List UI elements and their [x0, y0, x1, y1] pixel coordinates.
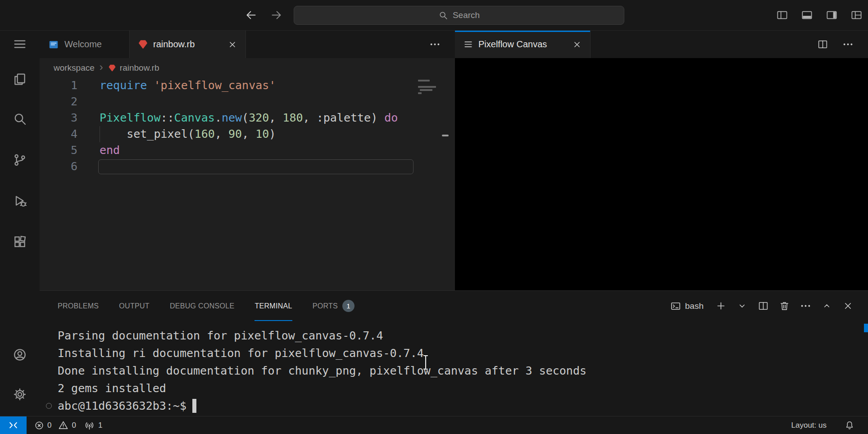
welcome-icon [48, 39, 59, 50]
panel-header: PROBLEMS OUTPUT DEBUG CONSOLE TERMINAL P… [40, 291, 868, 321]
panel-tab-terminal[interactable]: TERMINAL [254, 291, 292, 321]
terminal-line: Parsing documentation for pixelflow_canv… [58, 327, 868, 344]
command-center-search[interactable]: Search [294, 6, 624, 25]
breadcrumb-file[interactable]: rainbow.rb [120, 63, 159, 73]
panel-tab-label: OUTPUT [119, 302, 150, 310]
bell-icon [844, 420, 855, 431]
tab-pixelflow-canvas[interactable]: Pixelflow Canvas [455, 31, 591, 58]
panel-more-button[interactable] [798, 298, 813, 314]
layout-panel-icon [801, 9, 813, 21]
remote-indicator[interactable] [0, 416, 27, 434]
terminal-profile-dropdown[interactable] [734, 298, 750, 314]
back-icon [245, 9, 257, 21]
editor-tabbar-right: Pixelflow Canvas [455, 31, 868, 58]
sidebar-item-search[interactable] [0, 111, 40, 127]
forward-button[interactable] [268, 8, 284, 23]
code-line: 5end [40, 142, 455, 158]
ellipsis-icon [842, 38, 854, 50]
explorer-icon [13, 72, 27, 86]
tab-label: rainbow.rb [153, 39, 195, 50]
keyboard-layout-status[interactable]: Layout: us [791, 421, 827, 430]
code-line: 3Pixelflow::Canvas.new(320, 180, :palett… [40, 110, 455, 126]
split-icon [817, 39, 828, 50]
tab-rainbow-rb[interactable]: rainbow.rb [130, 31, 246, 58]
forward-icon [270, 9, 282, 21]
warning-count: 0 [72, 421, 76, 430]
panel-tab-output[interactable]: OUTPUT [119, 291, 150, 321]
notifications-button[interactable] [842, 418, 857, 433]
ruby-icon [108, 64, 116, 72]
split-terminal-button[interactable] [755, 298, 771, 314]
maximize-panel-button[interactable] [819, 298, 834, 314]
titlebar: Search [0, 0, 868, 31]
minimap[interactable] [418, 80, 443, 95]
terminal-icon [670, 301, 681, 312]
sidebar-item-source-control[interactable] [0, 152, 40, 168]
list-icon [463, 39, 473, 50]
ellipsis-icon [800, 300, 812, 312]
ports-icon [84, 420, 95, 430]
editor-actions-more-button[interactable] [840, 37, 855, 52]
line-number: 2 [40, 94, 77, 110]
code-line: 4 set_pixel(160, 90, 10) [40, 126, 455, 142]
mouse-ibeam-cursor [422, 355, 430, 370]
back-button[interactable] [243, 8, 259, 23]
settings-button[interactable] [0, 386, 40, 402]
activity-bar [0, 31, 40, 416]
search-icon [13, 112, 27, 126]
tab-label: Welcome [64, 39, 102, 50]
search-placeholder: Search [453, 10, 480, 20]
menu-button[interactable] [0, 36, 40, 52]
panel-tab-debug-console[interactable]: DEBUG CONSOLE [170, 291, 235, 321]
toggle-sidebar-button[interactable] [774, 8, 790, 23]
terminal-prompt: abc@11d6363632b3:~$ [58, 399, 186, 412]
shell-selector[interactable]: bash [670, 301, 704, 312]
remote-icon [7, 419, 19, 431]
trash-icon [779, 300, 790, 312]
source-control-icon [13, 153, 27, 167]
code-line: 1require 'pixelflow_canvas' [40, 77, 455, 94]
terminal[interactable]: Parsing documentation for pixelflow_canv… [40, 321, 868, 416]
editor-actions-more-button[interactable] [427, 37, 442, 52]
run-debug-icon [13, 194, 27, 208]
toggle-secondary-sidebar-button[interactable] [824, 8, 839, 23]
command-decoration-icon [46, 403, 52, 409]
new-terminal-button[interactable] [713, 298, 728, 314]
customize-layout-button[interactable] [849, 8, 864, 23]
panel-tab-problems[interactable]: PROBLEMS [58, 291, 99, 321]
line-number: 4 [40, 126, 77, 142]
account-icon [13, 348, 27, 362]
terminal-toolbar: bash [670, 291, 868, 321]
breadcrumb-folder[interactable]: workspace [54, 63, 95, 73]
sidebar-item-explorer[interactable] [0, 71, 40, 87]
overview-ruler-cursor-mark [442, 135, 449, 136]
sidebar-item-extensions[interactable] [0, 234, 40, 250]
pixelflow-canvas-view[interactable] [455, 58, 868, 290]
code-editor[interactable]: 1require 'pixelflow_canvas'23Pixelflow::… [40, 77, 455, 290]
chevron-up-icon [822, 301, 832, 311]
tab-welcome[interactable]: Welcome [40, 31, 130, 58]
ports-status[interactable]: 1 [84, 420, 102, 430]
panel-tabs: PROBLEMS OUTPUT DEBUG CONSOLE TERMINAL P… [58, 291, 354, 321]
close-panel-button[interactable] [840, 298, 855, 314]
ellipsis-icon [429, 38, 441, 50]
sidebar-item-run-debug[interactable] [0, 193, 40, 209]
kill-terminal-button[interactable] [777, 298, 792, 314]
current-line-highlight [98, 159, 414, 174]
close-icon[interactable] [227, 40, 237, 50]
customize-layout-icon [850, 9, 863, 21]
line-number: 5 [40, 142, 77, 158]
editor-tabbar-left: Welcome rainbow.rb [40, 31, 455, 58]
line-number: 6 [40, 158, 77, 175]
panel-tab-ports[interactable]: PORTS1 [313, 291, 354, 321]
toggle-panel-button[interactable] [799, 8, 814, 23]
terminal-prompt-row: abc@11d6363632b3:~$ [58, 397, 868, 415]
shell-name: bash [685, 301, 704, 311]
split-editor-button[interactable] [815, 37, 830, 52]
problems-status[interactable]: 0 0 [35, 420, 76, 430]
chevron-down-icon [737, 301, 747, 311]
panel-tab-label: PROBLEMS [58, 302, 99, 310]
account-button[interactable] [0, 347, 40, 363]
terminal-line: Installing ri documentation for pixelflo… [58, 344, 868, 362]
close-icon[interactable] [572, 40, 582, 50]
